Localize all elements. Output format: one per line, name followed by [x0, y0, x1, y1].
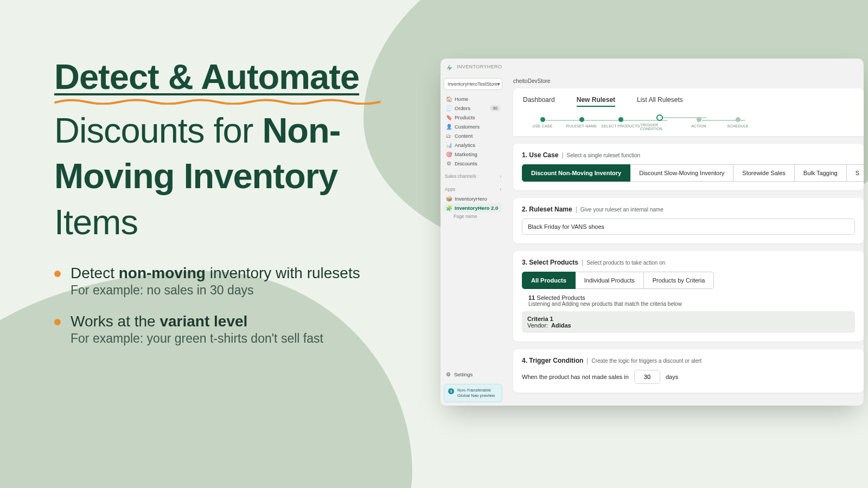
sidebar: InventoryHeroTestStore ▾ 🏠Home🧾Orders30🔖…: [441, 75, 506, 406]
criteria-value: Adidas: [551, 322, 571, 329]
step-label: RULESET NAME: [566, 124, 597, 128]
step-action[interactable]: ACTION: [679, 117, 718, 128]
nav-label: Analytics: [455, 142, 475, 148]
product-scope-options: All ProductsIndividual ProductsProducts …: [522, 272, 855, 289]
criteria-box: Criteria 1 Vendor: Adidas: [522, 311, 855, 333]
step-circle-icon: [540, 117, 545, 122]
sales-channels-label[interactable]: Sales channels›: [445, 174, 501, 179]
option-bulk-tagging[interactable]: Bulk Tagging: [795, 164, 847, 182]
nav-icon: 🗂: [446, 133, 451, 139]
section-hint: Select a single ruleset function: [567, 152, 641, 158]
apps-label[interactable]: Apps›: [445, 187, 501, 192]
bullet-2: Works at the variant level For example: …: [54, 313, 401, 346]
bullet-dot-icon: [54, 319, 61, 325]
step-label: ACTION: [691, 124, 706, 128]
marketing-copy: Detect & Automate Discounts for Non-Movi…: [54, 54, 401, 361]
step-label: SCHEDULE: [727, 124, 749, 128]
section-hint: Give your ruleset an internal name: [580, 207, 663, 213]
criteria-title: Criteria 1: [527, 316, 553, 322]
nav-icon: 👤: [446, 124, 451, 130]
trigger-post-text: days: [666, 374, 678, 380]
tab-new-ruleset[interactable]: New Ruleset: [577, 96, 615, 107]
section-title: 1. Use Case: [522, 151, 558, 159]
step-circle-icon: [618, 117, 623, 122]
store-name: cheitoDevStore: [513, 78, 864, 84]
section-ruleset-name: 2. Ruleset Name | Give your ruleset an i…: [513, 198, 864, 243]
tabs-card: DashboardNew RulesetList All Rulesets US…: [513, 88, 864, 136]
nav-icon: 🧾: [446, 105, 451, 111]
nav-icon: 📊: [446, 142, 451, 148]
info-line-2: Global Nav preview: [457, 393, 499, 399]
step-ruleset-name[interactable]: RULESET NAME: [562, 117, 601, 128]
selected-count: 11 Selected Products: [528, 294, 855, 301]
headline: Detect & Automate Discounts for Non-Movi…: [54, 54, 401, 245]
tab-list-all-rulesets[interactable]: List All Rulesets: [637, 96, 683, 107]
headline-text-2: Items: [54, 202, 138, 242]
option-storewide-sales[interactable]: Storewide Sales: [733, 164, 795, 182]
section-title: 2. Ruleset Name: [522, 206, 572, 213]
app-icon: 🧩: [446, 205, 451, 211]
chevron-right-icon: ›: [500, 187, 501, 192]
nav-icon: 🔖: [446, 114, 451, 120]
trigger-days-input[interactable]: [634, 370, 660, 384]
bullet-1-line2: For example: no sales in 30 days: [71, 283, 360, 298]
sidebar-item-analytics[interactable]: 📊Analytics: [444, 140, 502, 150]
stepper: USE CASERULESET NAMESELECT PRODUCTSTRIGG…: [523, 114, 854, 131]
main-panel: cheitoDevStore DashboardNew RulesetList …: [506, 75, 864, 406]
nav-icon: 🏠: [446, 96, 451, 102]
sidebar-settings[interactable]: ⚙ Settings: [444, 369, 502, 380]
ruleset-name-input[interactable]: [522, 219, 855, 235]
bullet-1: Detect non-moving inventory with ruleset…: [54, 265, 401, 298]
step-use-case[interactable]: USE CASE: [523, 117, 562, 128]
section-hint: Select products to take action on: [586, 260, 665, 266]
store-selector[interactable]: InventoryHeroTestStore ▾: [444, 78, 502, 90]
option-s[interactable]: S: [847, 164, 864, 182]
app-label: InventoryHero 2.0: [455, 205, 498, 211]
step-circle-icon: [656, 114, 663, 121]
store-selector-label: InventoryHeroTestStore: [448, 81, 497, 87]
section-title: 3. Select Products: [522, 259, 578, 266]
nav-label: Products: [455, 114, 475, 120]
headline-underlined: Detect & Automate: [54, 57, 359, 97]
bullet-list: Detect non-moving inventory with ruleset…: [54, 265, 401, 346]
sidebar-item-products[interactable]: 🔖Products: [444, 113, 502, 122]
trigger-pre-text: When the product has not made sales in: [522, 374, 629, 380]
orders-badge: 30: [490, 105, 500, 111]
section-trigger: 4. Trigger Condition | Create the logic …: [513, 349, 864, 393]
page-name-label: Page name: [444, 214, 502, 219]
step-label: TRIGGER CONDITION: [640, 123, 679, 131]
gear-icon: ⚙: [446, 371, 451, 377]
sidebar-item-orders[interactable]: 🧾Orders30: [444, 104, 502, 113]
sidebar-app-inventoryhero-2.0[interactable]: 🧩InventoryHero 2.0: [444, 203, 502, 213]
sidebar-item-content[interactable]: 🗂Content: [444, 131, 502, 140]
nav-icon: 🎯: [446, 151, 451, 157]
sidebar-item-home[interactable]: 🏠Home: [444, 94, 502, 104]
section-title: 4. Trigger Condition: [522, 357, 583, 364]
step-schedule[interactable]: SCHEDULE: [718, 117, 757, 128]
tab-dashboard[interactable]: Dashboard: [523, 96, 555, 107]
option-discount-non-moving-inventory[interactable]: Discount Non-Moving Inventory: [522, 164, 630, 182]
sidebar-app-inventoryhero[interactable]: 📦InventoryHero: [444, 194, 502, 203]
settings-label: Settings: [454, 371, 473, 377]
step-trigger-condition[interactable]: TRIGGER CONDITION: [640, 114, 679, 131]
nav-label: Marketing: [455, 151, 477, 157]
use-case-options: Discount Non-Moving InventoryDiscount Sl…: [522, 164, 855, 182]
sidebar-item-customers[interactable]: 👤Customers: [444, 122, 502, 131]
option-discount-slow-moving-inventory[interactable]: Discount Slow-Moving Inventory: [630, 164, 733, 182]
sidebar-item-marketing[interactable]: 🎯Marketing: [444, 150, 502, 159]
step-circle-icon: [579, 117, 584, 122]
brand-name: INVENTORYHERO: [457, 64, 502, 69]
section-select-products: 3. Select Products | Select products to …: [513, 251, 864, 342]
headline-text-1: Discounts for: [54, 111, 262, 150]
app-window: INVENTORYHERO InventoryHeroTestStore ▾ 🏠…: [441, 59, 864, 406]
step-select-products[interactable]: SELECT PRODUCTS: [601, 117, 640, 128]
sidebar-item-discounts[interactable]: ⚙Discounts: [444, 159, 502, 168]
info-callout: Non-Transferable Global Nav preview: [444, 384, 502, 402]
option-products-by-criteria[interactable]: Products by Criteria: [644, 272, 714, 289]
option-all-products[interactable]: All Products: [522, 272, 576, 289]
selected-sub: Listening and Adding new products that m…: [528, 301, 855, 307]
option-individual-products[interactable]: Individual Products: [576, 272, 644, 289]
bullet-2-line1: Works at the variant level: [71, 313, 323, 330]
squiggle-underline: [54, 97, 391, 105]
nav-label: Orders: [455, 105, 470, 111]
